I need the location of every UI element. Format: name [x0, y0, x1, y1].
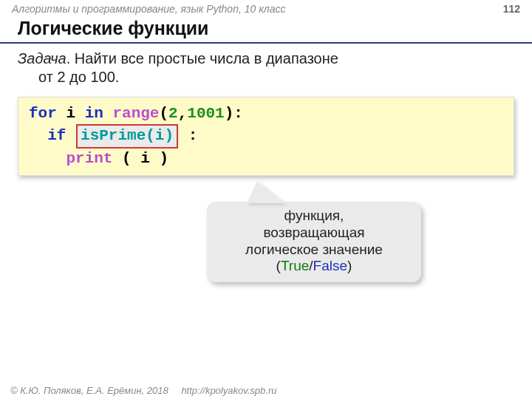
callout-line2: возвращающая [222, 225, 406, 242]
callout-wrap: функция, возвращающая логическое значени… [207, 181, 421, 282]
lparen: ( [159, 105, 168, 122]
course-title: Алгоритмы и программирование, язык Pytho… [12, 3, 285, 15]
task-label: Задача [18, 50, 66, 66]
print-args: ( i ) [112, 150, 168, 167]
sp [66, 127, 75, 144]
var-i: i [57, 105, 85, 122]
task-line2: от 2 до 100. [18, 68, 514, 86]
slide-footer: © К.Ю. Поляков, Е.А. Ерёмин, 2018 http:/… [10, 385, 276, 396]
true-text: True [281, 258, 309, 273]
kw-for: for [29, 105, 57, 122]
callout-pointer [247, 181, 285, 203]
call-isprime: isPrime(i) [81, 127, 174, 144]
fn-range: range [103, 105, 160, 122]
indent1 [29, 127, 47, 144]
isprime-highlight: isPrime(i) [76, 124, 178, 148]
rparen-colon: ): [225, 105, 243, 122]
callout-line3: логическое значение [222, 242, 406, 259]
sp2 [179, 127, 188, 144]
callout-box: функция, возвращающая логическое значени… [207, 202, 421, 282]
false-text: False [313, 258, 347, 273]
task-line1: . Найти все простые числа в диапазоне [66, 50, 338, 66]
footer-url: http://kpolyakov.spb.ru [181, 385, 276, 396]
kw-if: if [47, 127, 66, 144]
colon: : [188, 127, 198, 144]
page-title: Логические функции [0, 16, 532, 44]
page-number: 112 [503, 3, 520, 15]
slide-header: Алгоритмы и программирование, язык Pytho… [0, 0, 532, 16]
code-block: for i in range(2,1001): if isPrime(i) : … [18, 97, 514, 176]
fn-print: print [66, 150, 112, 167]
task-text: Задача. Найти все простые числа в диапаз… [0, 44, 532, 89]
callout-line1: функция, [222, 208, 406, 225]
num-1001: 1001 [187, 105, 224, 122]
callout-line4: (True/False) [222, 258, 406, 275]
kw-in: in [85, 105, 103, 122]
copyright: © К.Ю. Поляков, Е.А. Ерёмин, 2018 [10, 385, 168, 396]
num-2: 2 [168, 105, 178, 122]
comma: , [178, 105, 188, 122]
indent2 [29, 150, 66, 167]
